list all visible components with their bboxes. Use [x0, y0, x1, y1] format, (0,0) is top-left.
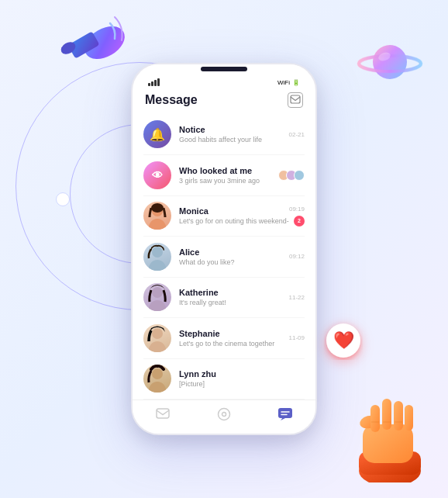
msg-time-katherine: 11-22: [289, 294, 305, 301]
svg-point-4: [373, 45, 407, 79]
msg-time-notice: 02-21: [289, 131, 305, 138]
svg-point-30: [222, 412, 226, 416]
msg-name-alice: Alice: [179, 247, 289, 257]
message-item-stephanie[interactable]: Stephanie Let's go to the cinema togethe…: [133, 318, 315, 358]
message-item-monica[interactable]: Monica Let's go for on outing this weeke…: [133, 195, 315, 236]
bottom-nav: [133, 399, 315, 434]
heart-decoration: ❤️: [324, 321, 363, 366]
msg-content-who: Who looked at me 3 girls saw you 3mine a…: [179, 166, 280, 185]
svg-point-25: [152, 328, 163, 339]
msg-time-alice: 09:12: [289, 253, 305, 260]
msg-preview-katherine: It's really great!: [179, 299, 289, 306]
avatar-who: 👁: [143, 161, 171, 189]
msg-name-lynn: Lynn zhu: [179, 369, 305, 379]
svg-rect-15: [394, 401, 403, 431]
msg-preview-monica: Let's go for on outing this weekend-: [179, 217, 289, 225]
svg-rect-13: [370, 405, 380, 432]
svg-point-22: [151, 203, 164, 213]
svg-point-23: [152, 247, 163, 258]
avatar-katherine: [143, 283, 171, 311]
message-item-lynn[interactable]: Lynn zhu [Picture]: [133, 358, 315, 399]
svg-rect-28: [157, 409, 169, 418]
planet-decoration: [355, 31, 425, 101]
msg-meta-stephanie: 11-09: [289, 334, 305, 341]
phone-frame: WiFi 🔋 Message 🔔 Notice: [131, 63, 317, 435]
avatar-notice: 🔔: [143, 120, 171, 148]
msg-preview-alice: What do you like?: [179, 258, 289, 266]
msg-time-monica: 09:19: [289, 206, 305, 213]
msg-content-katherine: Katherine It's really great!: [179, 288, 289, 306]
msg-meta-alice: 09:12: [289, 253, 305, 260]
nav-icon-message: [156, 408, 170, 424]
msg-content-lynn: Lynn zhu [Picture]: [179, 369, 305, 388]
svg-rect-16: [405, 405, 413, 431]
svg-point-29: [218, 408, 229, 420]
nav-icon-chat: [277, 407, 293, 424]
message-list: 🔔 Notice Good habits affect your life 02…: [133, 114, 315, 413]
msg-preview-who: 3 girls saw you 3mine ago: [179, 177, 280, 185]
msg-content-alice: Alice What do you like?: [179, 247, 289, 266]
message-item-katherine[interactable]: Katherine It's really great! 11-22: [133, 277, 315, 317]
msg-preview-notice: Good habits affect your life: [179, 136, 289, 144]
svg-point-24: [152, 287, 163, 298]
msg-badge-monica: 2: [294, 216, 305, 227]
msg-name-stephanie: Stephanie: [179, 329, 289, 338]
avatar-lynn: [143, 365, 171, 393]
nav-item-chat[interactable]: [270, 407, 301, 424]
msg-name-notice: Notice: [179, 125, 289, 134]
svg-rect-20: [291, 95, 300, 103]
deco-dot: [56, 192, 70, 206]
svg-rect-14: [382, 399, 391, 430]
svg-rect-31: [278, 408, 292, 418]
phone-wrapper: WiFi 🔋 Message 🔔 Notice: [131, 63, 317, 435]
msg-name-who: Who looked at me: [179, 166, 280, 175]
svg-point-26: [152, 368, 163, 379]
msg-meta-notice: 02-21: [289, 131, 305, 138]
msg-content-monica: Monica Let's go for on outing this weeke…: [179, 206, 289, 225]
message-item-notice[interactable]: 🔔 Notice Good habits affect your life 02…: [133, 114, 315, 154]
app-header: Message: [133, 89, 315, 114]
compose-button[interactable]: [288, 92, 303, 108]
message-item-alice[interactable]: Alice What do you like? 09:12: [133, 237, 315, 277]
nav-item-explore[interactable]: [208, 407, 240, 424]
megaphone-decoration: [47, 0, 140, 93]
msg-meta-monica: 09:19 2: [289, 206, 305, 227]
message-item-who[interactable]: 👁 Who looked at me 3 girls saw you 3mine…: [133, 155, 315, 195]
hand-decoration: [347, 382, 432, 482]
svg-text:❤️: ❤️: [333, 330, 355, 351]
msg-meta-who: [280, 170, 305, 181]
msg-meta-katherine: 11-22: [289, 294, 305, 301]
svg-rect-11: [363, 424, 413, 463]
avatar-stephanie: [143, 324, 171, 352]
avatar-alice: [143, 243, 171, 271]
msg-time-stephanie: 11-09: [289, 334, 305, 341]
msg-content-stephanie: Stephanie Let's go to the cinema togethe…: [179, 329, 289, 348]
status-bar: WiFi 🔋: [133, 72, 315, 89]
msg-name-monica: Monica: [179, 206, 289, 216]
nav-item-message[interactable]: [147, 408, 178, 424]
nav-icon-explore: [217, 407, 231, 424]
app-title: Message: [145, 93, 198, 107]
msg-preview-stephanie: Let's go to the cinema together: [179, 340, 289, 348]
msg-content-notice: Notice Good habits affect your life: [179, 125, 289, 144]
avatar-monica: [143, 202, 171, 230]
msg-preview-lynn: [Picture]: [179, 380, 305, 388]
msg-name-katherine: Katherine: [179, 288, 289, 297]
